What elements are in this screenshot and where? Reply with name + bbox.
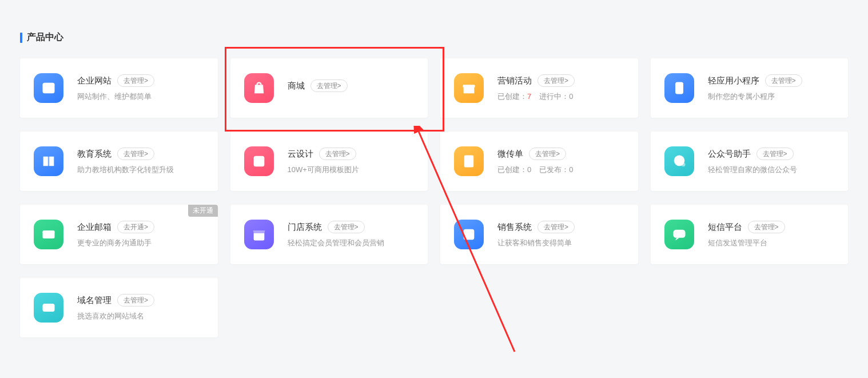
manage-button[interactable]: 去管理>: [117, 74, 154, 87]
card-desc: 挑选喜欢的网站域名: [77, 311, 204, 321]
product-card-sales[interactable]: 销售系统去管理>让获客和销售变得简单: [440, 205, 638, 264]
manage-button[interactable]: 去管理>: [748, 221, 785, 233]
card-title: 云设计: [288, 149, 313, 160]
gift-icon: [454, 73, 484, 103]
card-title: 商城: [288, 81, 305, 91]
card-title: 门店系统: [288, 222, 322, 233]
product-card-store[interactable]: 门店系统去管理>轻松搞定会员管理和会员营销: [230, 205, 428, 264]
manage-button[interactable]: 去管理>: [310, 79, 348, 92]
product-card-mail[interactable]: 企业邮箱去开通>更专业的商务沟通助手未开通: [20, 205, 218, 264]
product-card-site[interactable]: 企业网站去管理>网站制作、维护都简单: [20, 58, 218, 118]
manage-button[interactable]: 去管理>: [765, 74, 802, 87]
card-title: 企业邮箱: [77, 222, 112, 233]
manage-button[interactable]: 去管理>: [117, 294, 154, 307]
book-icon: [34, 146, 63, 176]
card-title: 企业网站: [77, 75, 112, 86]
card-desc: 短信发送管理平台: [708, 238, 835, 248]
bag-icon: [244, 73, 274, 103]
product-card-sms[interactable]: 短信平台去管理>短信发送管理平台: [651, 205, 849, 264]
doc-icon: [454, 146, 484, 176]
manage-button[interactable]: 去管理>: [328, 221, 365, 233]
card-desc: 轻松搞定会员管理和会员营销: [288, 238, 415, 248]
product-card-activity[interactable]: 营销活动去管理>已创建：7进行中：0: [440, 58, 638, 118]
card-title: 短信平台: [708, 222, 742, 233]
card-desc: 10W+可商用模板图片: [288, 165, 415, 175]
manage-button[interactable]: 去管理>: [117, 148, 154, 160]
card-title: 营销活动: [497, 75, 532, 86]
mail-icon: [34, 220, 63, 249]
product-card-wechat[interactable]: 公众号助手去管理>轻松管理自家的微信公众号: [651, 132, 849, 191]
card-desc: 助力教培机构数字化转型升级: [77, 165, 204, 175]
card-title: 轻应用小程序: [708, 75, 759, 86]
section-title-text: 产品中心: [27, 31, 63, 43]
card-stats: 已创建：0已发布：0: [497, 165, 624, 175]
product-grid: 企业网站去管理>网站制作、维护都简单商城去管理>营销活动去管理>已创建：7进行中…: [20, 58, 848, 337]
card-title: 教育系统: [77, 149, 112, 160]
status-badge: 未开通: [188, 205, 218, 217]
product-card-miniapp[interactable]: 轻应用小程序去管理>制作您的专属小程序: [651, 58, 849, 118]
manage-button[interactable]: 去管理>: [319, 148, 356, 160]
manage-button[interactable]: 去管理>: [756, 148, 794, 160]
manage-button[interactable]: 去开通>: [117, 221, 154, 233]
product-card-flyer[interactable]: 微传单去管理>已创建：0已发布：0: [440, 132, 638, 191]
card-title: 公众号助手: [708, 149, 751, 160]
card-desc: 更专业的商务沟通助手: [77, 238, 204, 248]
card-title: 销售系统: [497, 222, 532, 233]
product-card-domain[interactable]: 域名管理去管理>挑选喜欢的网站域名: [20, 278, 218, 337]
product-card-edu[interactable]: 教育系统去管理>助力教培机构数字化转型升级: [20, 132, 218, 191]
card-desc: 轻松管理自家的微信公众号: [708, 165, 835, 175]
msg-icon: [664, 220, 694, 249]
card-desc: 让获客和销售变得简单: [497, 238, 624, 248]
card-desc: 制作您的专属小程序: [708, 91, 835, 102]
manage-button[interactable]: 去管理>: [529, 148, 566, 160]
card-title: 域名管理: [77, 295, 112, 306]
product-card-design[interactable]: 云设计去管理>10W+可商用模板图片: [230, 132, 428, 191]
product-card-mall[interactable]: 商城去管理>: [230, 58, 428, 118]
section-title: 产品中心: [20, 31, 848, 43]
card-title: 微传单: [497, 149, 523, 160]
domain-icon: [34, 293, 63, 323]
chat-icon: [664, 146, 694, 176]
manage-button[interactable]: 去管理>: [537, 221, 575, 233]
phone-icon: [664, 73, 694, 103]
list-icon: [454, 220, 484, 249]
image-icon: [244, 146, 274, 176]
browser-icon: [34, 73, 63, 103]
manage-button[interactable]: 去管理>: [537, 74, 575, 87]
card-stats: 已创建：7进行中：0: [497, 91, 624, 102]
shop-icon: [244, 220, 274, 249]
card-desc: 网站制作、维护都简单: [77, 91, 204, 102]
